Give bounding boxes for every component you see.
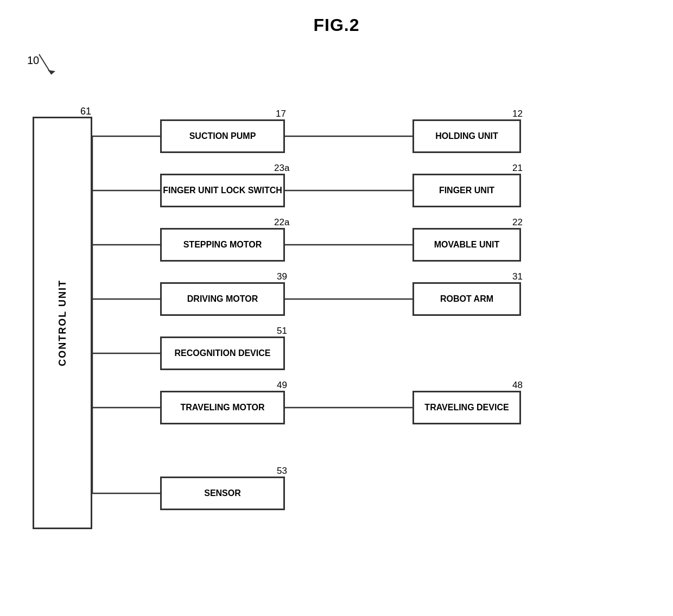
traveling-device-box: TRAVELING DEVICE <box>412 391 521 424</box>
recognition-device-box: RECOGNITION DEVICE <box>160 336 285 370</box>
ref-finger-unit: 21 <box>512 163 523 174</box>
ref-recognition-device: 51 <box>277 326 287 336</box>
sensor-box: SENSOR <box>160 477 285 510</box>
ref-robot-arm: 31 <box>512 271 523 282</box>
connection-lines <box>0 0 673 616</box>
stepping-motor-label: STEPPING MOTOR <box>183 240 262 250</box>
ref-driving-motor: 39 <box>277 271 287 282</box>
suction-pump-label: SUCTION PUMP <box>189 131 256 141</box>
ref-movable-unit: 22 <box>512 217 523 228</box>
movable-unit-label: MOVABLE UNIT <box>434 240 500 250</box>
ref-stepping-motor: 22a <box>274 217 289 228</box>
driving-motor-label: DRIVING MOTOR <box>187 294 258 304</box>
ref-10-arrow <box>27 52 60 81</box>
ref-finger-unit-lock-switch: 23a <box>274 163 289 174</box>
fig-title: FIG.2 <box>313 15 359 35</box>
control-unit-box: CONTROL UNIT <box>33 117 92 529</box>
holding-unit-box: HOLDING UNIT <box>412 119 521 153</box>
driving-motor-box: DRIVING MOTOR <box>160 282 285 316</box>
control-unit-label: CONTROL UNIT <box>57 280 68 366</box>
robot-arm-box: ROBOT ARM <box>412 282 521 316</box>
ref-traveling-device: 48 <box>512 380 523 391</box>
suction-pump-box: SUCTION PUMP <box>160 119 285 153</box>
robot-arm-label: ROBOT ARM <box>440 294 493 304</box>
svg-marker-1 <box>48 70 55 74</box>
movable-unit-box: MOVABLE UNIT <box>412 228 521 262</box>
holding-unit-label: HOLDING UNIT <box>435 131 498 141</box>
ref-suction-pump: 17 <box>276 109 286 119</box>
ref-holding-unit: 12 <box>512 109 523 119</box>
sensor-label: SENSOR <box>204 488 241 498</box>
finger-unit-label: FINGER UNIT <box>439 186 494 195</box>
diagram-container: FIG.2 10 CONTROL UNIT 61 <box>0 0 673 616</box>
finger-unit-lock-switch-label: FINGER UNIT LOCK SWITCH <box>163 186 282 195</box>
finger-unit-box: FINGER UNIT <box>412 174 521 207</box>
recognition-device-label: RECOGNITION DEVICE <box>175 348 271 358</box>
traveling-motor-box: TRAVELING MOTOR <box>160 391 285 424</box>
finger-unit-lock-switch-box: FINGER UNIT LOCK SWITCH <box>160 174 285 207</box>
ref-traveling-motor: 49 <box>277 380 287 391</box>
stepping-motor-box: STEPPING MOTOR <box>160 228 285 262</box>
traveling-motor-label: TRAVELING MOTOR <box>181 403 265 412</box>
ref-sensor: 53 <box>277 466 287 477</box>
traveling-device-label: TRAVELING DEVICE <box>424 403 509 412</box>
ref-61: 61 <box>80 106 91 117</box>
